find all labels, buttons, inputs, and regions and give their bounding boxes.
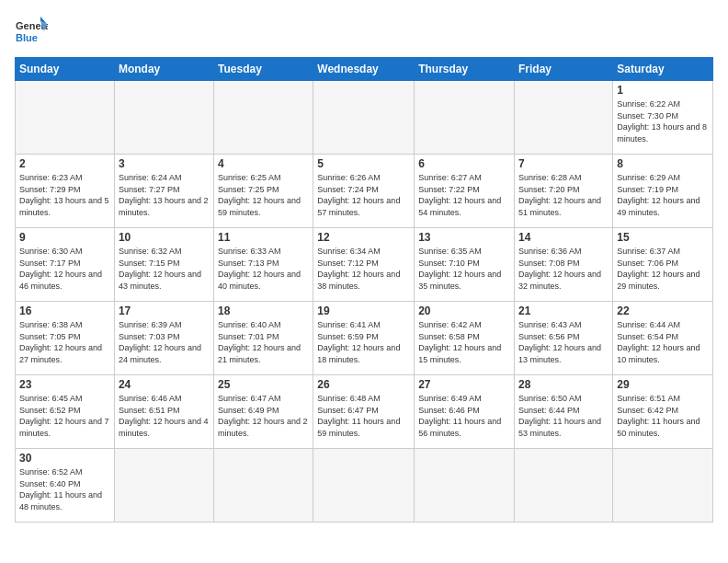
calendar-cell: 12 Sunrise: 6:34 AMSunset: 7:12 PMDaylig…: [313, 228, 415, 302]
calendar-cell: 19 Sunrise: 6:41 AMSunset: 6:59 PMDaylig…: [313, 302, 415, 375]
day-detail: Sunrise: 6:26 AMSunset: 7:24 PMDaylight:…: [317, 173, 400, 217]
day-number: 7: [518, 157, 609, 170]
day-header-sunday: Sunday: [16, 58, 115, 81]
day-number: 4: [218, 157, 309, 170]
day-number: 21: [518, 304, 609, 317]
calendar-cell: 4 Sunrise: 6:25 AMSunset: 7:25 PMDayligh…: [214, 155, 313, 228]
day-number: 11: [218, 231, 309, 244]
day-header-saturday: Saturday: [613, 58, 713, 81]
day-detail: Sunrise: 6:23 AMSunset: 7:29 PMDaylight:…: [19, 173, 109, 217]
calendar-cell: 26 Sunrise: 6:48 AMSunset: 6:47 PMDaylig…: [313, 375, 415, 449]
day-number: 24: [119, 378, 210, 391]
calendar-cell: [313, 81, 415, 155]
day-number: 18: [218, 304, 309, 317]
calendar-cell: 5 Sunrise: 6:26 AMSunset: 7:24 PMDayligh…: [313, 155, 415, 228]
day-detail: Sunrise: 6:52 AMSunset: 6:40 PMDaylight:…: [19, 467, 102, 511]
day-detail: Sunrise: 6:37 AMSunset: 7:06 PMDaylight:…: [617, 247, 700, 291]
day-number: 1: [617, 84, 709, 97]
day-number: 17: [119, 304, 210, 317]
day-detail: Sunrise: 6:34 AMSunset: 7:12 PMDaylight:…: [317, 247, 400, 291]
calendar-cell: 27 Sunrise: 6:49 AMSunset: 6:46 PMDaylig…: [415, 375, 515, 449]
day-number: 10: [119, 231, 210, 244]
logo: General Blue: [15, 15, 48, 48]
day-number: 12: [317, 231, 410, 244]
calendar-cell: [114, 81, 213, 155]
day-number: 26: [317, 378, 410, 391]
week-row-5: 30 Sunrise: 6:52 AMSunset: 6:40 PMDaylig…: [16, 449, 713, 523]
day-detail: Sunrise: 6:50 AMSunset: 6:44 PMDaylight:…: [518, 394, 601, 438]
day-detail: Sunrise: 6:27 AMSunset: 7:22 PMDaylight:…: [418, 173, 501, 217]
calendar-cell: 20 Sunrise: 6:42 AMSunset: 6:58 PMDaylig…: [415, 302, 515, 375]
calendar-cell: 16 Sunrise: 6:38 AMSunset: 7:05 PMDaylig…: [16, 302, 115, 375]
day-detail: Sunrise: 6:40 AMSunset: 7:01 PMDaylight:…: [218, 320, 301, 364]
calendar-cell: [214, 449, 313, 523]
day-detail: Sunrise: 6:41 AMSunset: 6:59 PMDaylight:…: [317, 320, 400, 364]
calendar-cell: 1 Sunrise: 6:22 AMSunset: 7:30 PMDayligh…: [613, 81, 713, 155]
calendar-cell: [313, 449, 415, 523]
calendar-cell: 28 Sunrise: 6:50 AMSunset: 6:44 PMDaylig…: [515, 375, 613, 449]
day-number: 20: [418, 304, 510, 317]
day-detail: Sunrise: 6:25 AMSunset: 7:25 PMDaylight:…: [218, 173, 301, 217]
day-detail: Sunrise: 6:24 AMSunset: 7:27 PMDaylight:…: [119, 173, 209, 217]
day-number: 2: [19, 157, 110, 170]
day-number: 15: [617, 231, 709, 244]
day-detail: Sunrise: 6:38 AMSunset: 7:05 PMDaylight:…: [19, 320, 102, 364]
day-detail: Sunrise: 6:33 AMSunset: 7:13 PMDaylight:…: [218, 247, 301, 291]
logo-graphic: General Blue: [15, 15, 48, 48]
day-detail: Sunrise: 6:48 AMSunset: 6:47 PMDaylight:…: [317, 394, 400, 438]
calendar-cell: 13 Sunrise: 6:35 AMSunset: 7:10 PMDaylig…: [415, 228, 515, 302]
day-number: 23: [19, 378, 110, 391]
day-header-friday: Friday: [515, 58, 613, 81]
day-number: 25: [218, 378, 309, 391]
week-row-2: 9 Sunrise: 6:30 AMSunset: 7:17 PMDayligh…: [16, 228, 713, 302]
calendar-cell: 2 Sunrise: 6:23 AMSunset: 7:29 PMDayligh…: [16, 155, 115, 228]
day-detail: Sunrise: 6:42 AMSunset: 6:58 PMDaylight:…: [418, 320, 501, 364]
day-detail: Sunrise: 6:44 AMSunset: 6:54 PMDaylight:…: [617, 320, 700, 364]
day-detail: Sunrise: 6:30 AMSunset: 7:17 PMDaylight:…: [19, 247, 102, 291]
day-number: 28: [518, 378, 609, 391]
calendar-cell: 11 Sunrise: 6:33 AMSunset: 7:13 PMDaylig…: [214, 228, 313, 302]
day-detail: Sunrise: 6:51 AMSunset: 6:42 PMDaylight:…: [617, 394, 700, 438]
calendar-cell: 22 Sunrise: 6:44 AMSunset: 6:54 PMDaylig…: [613, 302, 713, 375]
header-row: SundayMondayTuesdayWednesdayThursdayFrid…: [16, 58, 713, 81]
calendar-cell: [515, 449, 613, 523]
calendar-cell: [114, 449, 213, 523]
day-number: 6: [418, 157, 510, 170]
calendar-cell: 8 Sunrise: 6:29 AMSunset: 7:19 PMDayligh…: [613, 155, 713, 228]
day-number: 16: [19, 304, 110, 317]
calendar-cell: 6 Sunrise: 6:27 AMSunset: 7:22 PMDayligh…: [415, 155, 515, 228]
week-row-4: 23 Sunrise: 6:45 AMSunset: 6:52 PMDaylig…: [16, 375, 713, 449]
calendar-cell: 29 Sunrise: 6:51 AMSunset: 6:42 PMDaylig…: [613, 375, 713, 449]
calendar-cell: [415, 449, 515, 523]
day-number: 22: [617, 304, 709, 317]
day-detail: Sunrise: 6:32 AMSunset: 7:15 PMDaylight:…: [119, 247, 201, 291]
day-header-wednesday: Wednesday: [313, 58, 415, 81]
day-number: 9: [19, 231, 110, 244]
day-detail: Sunrise: 6:47 AMSunset: 6:49 PMDaylight:…: [218, 394, 308, 438]
day-number: 8: [617, 157, 709, 170]
calendar-table: SundayMondayTuesdayWednesdayThursdayFrid…: [15, 57, 713, 523]
calendar-cell: 23 Sunrise: 6:45 AMSunset: 6:52 PMDaylig…: [16, 375, 115, 449]
day-number: 27: [418, 378, 510, 391]
week-row-0: 1 Sunrise: 6:22 AMSunset: 7:30 PMDayligh…: [16, 81, 713, 155]
calendar-cell: 24 Sunrise: 6:46 AMSunset: 6:51 PMDaylig…: [114, 375, 213, 449]
calendar-cell: 21 Sunrise: 6:43 AMSunset: 6:56 PMDaylig…: [515, 302, 613, 375]
week-row-3: 16 Sunrise: 6:38 AMSunset: 7:05 PMDaylig…: [16, 302, 713, 375]
header: General Blue: [15, 15, 713, 48]
day-number: 13: [418, 231, 510, 244]
calendar-cell: 3 Sunrise: 6:24 AMSunset: 7:27 PMDayligh…: [114, 155, 213, 228]
day-number: 19: [317, 304, 410, 317]
day-detail: Sunrise: 6:49 AMSunset: 6:46 PMDaylight:…: [418, 394, 501, 438]
day-detail: Sunrise: 6:36 AMSunset: 7:08 PMDaylight:…: [518, 247, 601, 291]
calendar-cell: [214, 81, 313, 155]
calendar-cell: 30 Sunrise: 6:52 AMSunset: 6:40 PMDaylig…: [16, 449, 115, 523]
day-number: 29: [617, 378, 709, 391]
week-row-1: 2 Sunrise: 6:23 AMSunset: 7:29 PMDayligh…: [16, 155, 713, 228]
day-detail: Sunrise: 6:43 AMSunset: 6:56 PMDaylight:…: [518, 320, 601, 364]
day-detail: Sunrise: 6:22 AMSunset: 7:30 PMDaylight:…: [617, 99, 707, 144]
calendar-cell: 18 Sunrise: 6:40 AMSunset: 7:01 PMDaylig…: [214, 302, 313, 375]
day-detail: Sunrise: 6:28 AMSunset: 7:20 PMDaylight:…: [518, 173, 601, 217]
day-detail: Sunrise: 6:46 AMSunset: 6:51 PMDaylight:…: [119, 394, 209, 438]
day-number: 30: [19, 452, 110, 465]
day-number: 5: [317, 157, 410, 170]
